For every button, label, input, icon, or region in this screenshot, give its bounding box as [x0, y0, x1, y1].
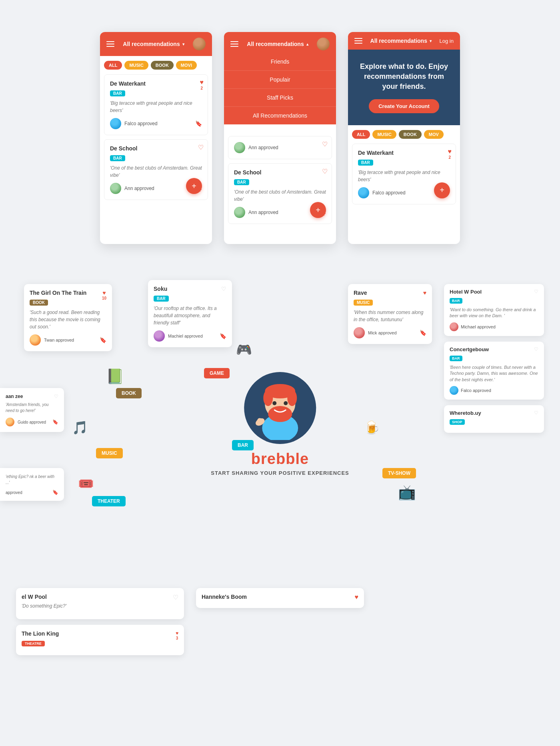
approver-avatar: [110, 118, 121, 129]
chevron-up-icon: ▴: [306, 42, 308, 46]
approver-guido: [6, 418, 14, 426]
header-title-3: All recommendations ▾: [370, 38, 432, 44]
hero-title: Explore what to do. Enjoy recommendation…: [356, 62, 452, 92]
filter-book[interactable]: BOOK: [151, 61, 174, 70]
hamburger-icon-3[interactable]: [354, 38, 362, 44]
float-music-tag[interactable]: MUSIC: [96, 448, 123, 458]
bookmark-icon-4[interactable]: 🔖: [100, 337, 106, 343]
right-card-hotel: Hotel W Pool BAR ♡ 'Want to do something…: [444, 284, 544, 336]
bottom-center: Hanneke's Boom ♥: [196, 588, 364, 661]
right-card-wheretobuy: Wheretob.uy SHOP ♡: [444, 405, 544, 433]
phone-header-1: All recommendations ▾: [100, 32, 212, 56]
filter-tabs-3: ALL MUSIC BOOK MOV: [348, 125, 460, 144]
bottom-right: [376, 588, 544, 661]
login-link[interactable]: Log in: [440, 38, 454, 44]
approver-avatar-2: [110, 183, 121, 194]
fab-add-button-3[interactable]: +: [434, 182, 450, 198]
float-theater-tag[interactable]: THEATER: [92, 496, 126, 506]
approver-twan: [30, 334, 41, 346]
fab-add-button[interactable]: +: [186, 178, 202, 194]
filter-movie-3[interactable]: MOV: [424, 130, 444, 139]
heart-icon: ♥: [200, 79, 204, 86]
bottom-left: el W Pool ♡ 'Do something Epic?' The Lio…: [16, 588, 184, 661]
heart-icon-6: ♥: [102, 290, 106, 296]
mascot-center: brebble START SHARING YOUR POSITIVE EXPE…: [211, 372, 349, 476]
float-book-tag[interactable]: BOOK: [116, 388, 142, 398]
svg-point-5: [268, 406, 292, 422]
dropdown-friends[interactable]: Friends: [224, 53, 336, 71]
approver-avatar-3: [234, 207, 245, 218]
heart-icon-5: ♥: [448, 148, 452, 155]
card-rave: Rave ♥ MUSIC 'When this nummer comes alo…: [348, 284, 432, 344]
game-float-icon: 🎮: [236, 342, 252, 357]
rec-card-footer: Falco approved 🔖: [110, 118, 202, 129]
dropdown-all-recs[interactable]: All Recommendations: [224, 107, 336, 124]
approver-avatar-ann: [234, 142, 245, 153]
heart-icon-7: ♡: [221, 286, 226, 292]
svg-point-3: [263, 390, 273, 406]
hamburger-icon[interactable]: [106, 41, 114, 47]
bottom-section: el W Pool ♡ 'Do something Epic?' The Lio…: [0, 580, 560, 677]
heart-icon-3: ♡: [322, 140, 328, 148]
card-something-epic: 'ething Epic? nk a beer with ...' approv…: [0, 468, 64, 501]
filter-all-3[interactable]: ALL: [352, 130, 370, 139]
heart-icon-r3: ♡: [534, 410, 538, 416]
bookmark-icon[interactable]: 🔖: [195, 120, 202, 127]
header-title-1: All recommendations ▾: [123, 41, 184, 47]
header-title-2: All recommendations ▴: [247, 41, 308, 47]
music-float-icon: 🎵: [72, 420, 88, 435]
chevron-down-icon: ▾: [182, 42, 184, 46]
card-soku: Soku ♡ BAR 'Our rooftop at the office. I…: [148, 280, 232, 347]
rec-card-waterkant-3: ♥ 2 De Waterkant BAR 'Big teracce with g…: [352, 144, 456, 204]
fab-add-button-2[interactable]: +: [310, 202, 326, 218]
phone-header-2: All recommendations ▴: [224, 32, 336, 56]
filter-movie[interactable]: MOVI: [176, 61, 197, 70]
svg-point-6: [272, 401, 276, 405]
dropdown-menu: Friends Populair Staff Picks All Recomme…: [224, 53, 336, 124]
chevron-down-icon-3: ▾: [430, 39, 432, 43]
ticket-float-icon: 🎟️: [78, 476, 94, 491]
right-cards: Hotel W Pool BAR ♡ 'Want to do something…: [444, 284, 544, 433]
approver-ann: Ann approved: [234, 142, 278, 153]
card-girl-on-train: The Girl On The Train BOOK ♥ 10 'Such a …: [24, 284, 112, 351]
middle-section: The Girl On The Train BOOK ♥ 10 'Such a …: [0, 268, 560, 580]
card-aan-zee: aan zee ♡ 'Amsterdam friends, you need t…: [0, 388, 64, 432]
bookmark-icon-7[interactable]: 🔖: [52, 419, 58, 425]
heart-icon-r1: ♡: [534, 289, 538, 294]
phone-card-2: All recommendations ▴ Friends Populair S…: [224, 32, 336, 244]
bottom-card-hannekes-boom: Hanneke's Boom ♥: [196, 588, 364, 608]
bookmark-icon-6[interactable]: 🔖: [420, 330, 426, 336]
filter-music-3[interactable]: MUSIC: [372, 130, 396, 139]
hamburger-icon-2[interactable]: [230, 41, 238, 47]
rec-card-waterkant: ♥ 2 De Waterkant BAR 'Big teracce with g…: [104, 74, 208, 135]
heart-icon-8: ♥: [423, 290, 426, 296]
rec-card-ann: ♡ Ann approved: [228, 136, 332, 159]
bottom-card-el-w-pool: el W Pool ♡ 'Do something Epic?': [16, 588, 184, 619]
create-account-button[interactable]: Create Your Account: [369, 99, 439, 113]
filter-book-3[interactable]: BOOK: [399, 130, 422, 139]
phone-card-1: All recommendations ▾ ALL MUSIC BOOK MOV…: [100, 32, 212, 244]
heart-icon-b1: ♡: [173, 594, 178, 601]
approver-machiel: [154, 330, 165, 342]
filter-music[interactable]: MUSIC: [124, 61, 148, 70]
svg-point-4: [287, 390, 297, 406]
heart-badge: ♥ 2: [200, 79, 204, 90]
dropdown-populair[interactable]: Populair: [224, 71, 336, 89]
heart-icon-9: ♡: [54, 394, 58, 402]
svg-point-7: [284, 401, 288, 405]
bookmark-icon-5[interactable]: 🔖: [220, 333, 226, 339]
approver-2: Ann approved: [110, 183, 154, 194]
heart-badge-3: ♥ 2: [448, 148, 452, 160]
bottom-card-lion-king: The Lion King THEATRE ♥ 3: [16, 625, 184, 655]
top-section: All recommendations ▾ ALL MUSIC BOOK MOV…: [0, 0, 560, 268]
rec-card-school: ♡ De School BAR 'One of the best clubs o…: [104, 139, 208, 200]
dropdown-staff-picks[interactable]: Staff Picks: [224, 89, 336, 107]
approver: Falco approved: [110, 118, 158, 129]
filter-tabs: ALL MUSIC BOOK MOVI: [100, 56, 212, 74]
bookmark-icon-8[interactable]: 🔖: [52, 490, 58, 495]
filter-all[interactable]: ALL: [104, 61, 122, 70]
heart-icon-r2: ♡: [534, 346, 538, 352]
brebble-logo: brebble: [251, 450, 309, 468]
float-tv-tag[interactable]: TV-SHOW: [382, 468, 416, 478]
right-card-concertgebouw: Concertgebouw BAR ♡ 'Been here couple of…: [444, 342, 544, 400]
